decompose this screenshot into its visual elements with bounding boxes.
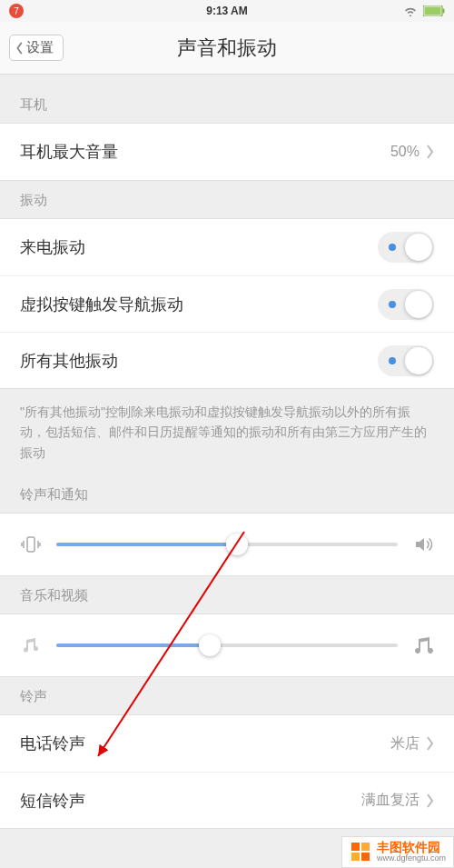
back-button[interactable]: 设置 (9, 35, 64, 61)
status-left: 7 (9, 4, 24, 18)
row-label: 所有其他振动 (20, 350, 378, 372)
svg-rect-8 (361, 853, 370, 861)
battery-icon (423, 5, 445, 16)
page-title: 声音和振动 (177, 35, 277, 62)
status-bar: 7 9:13 AM (0, 0, 454, 22)
row-label: 来电振动 (20, 236, 378, 258)
group-ring-notify (0, 513, 454, 576)
row-value: 50% (390, 144, 419, 160)
svg-rect-2 (443, 9, 445, 14)
row-virtualkey-vibrate: 虚拟按键触发导航振动 (0, 275, 454, 332)
chevron-right-icon (425, 145, 434, 159)
toggle-other-vibrate[interactable] (378, 345, 434, 376)
section-header-ringtone: 铃声 (0, 677, 454, 714)
section-header-ring-notify: 铃声和通知 (0, 475, 454, 513)
watermark-logo-icon (350, 841, 371, 863)
notification-badge: 7 (9, 4, 24, 18)
slider-fill (56, 543, 237, 546)
vibrate-note: "所有其他振动"控制除来电振动和虚拟按键触发导航振动以外的所有振动，包括短信、邮… (0, 389, 454, 475)
slider-thumb[interactable] (226, 534, 248, 555)
back-label: 设置 (26, 39, 54, 56)
wifi-icon (403, 5, 418, 16)
chevron-right-icon (425, 736, 434, 751)
volume-icon (412, 534, 434, 555)
section-header-media: 音乐和视频 (0, 576, 454, 614)
watermark-name: 丰图软件园 (377, 841, 446, 854)
row-label: 电话铃声 (20, 733, 390, 754)
row-label: 短信铃声 (20, 790, 361, 812)
music-note-icon (412, 634, 434, 656)
svg-rect-7 (351, 853, 360, 861)
section-header-vibrate: 振动 (0, 181, 454, 218)
row-headphone-max-volume[interactable]: 耳机最大音量 50% (0, 124, 454, 180)
row-label: 虚拟按键触发导航振动 (20, 294, 378, 315)
chevron-right-icon (425, 793, 434, 808)
toggle-incoming-vibrate[interactable] (378, 232, 434, 263)
nav-bar: 设置 声音和振动 (0, 22, 454, 75)
section-header-headphone: 耳机 (0, 85, 454, 123)
slider-ring-notify[interactable] (56, 543, 398, 546)
row-sms-ringtone[interactable]: 短信铃声 满血复活 (0, 772, 454, 828)
svg-rect-1 (425, 7, 441, 15)
watermark-url: www.dgfengtu.com (377, 854, 446, 863)
svg-rect-5 (351, 843, 360, 851)
music-note-small-icon (20, 634, 42, 656)
group-vibrate: 来电振动 虚拟按键触发导航振动 所有其他振动 (0, 218, 454, 389)
status-right (403, 5, 445, 16)
watermark: 丰图软件园 www.dgfengtu.com (341, 836, 454, 868)
slider-fill (56, 644, 210, 647)
svg-rect-6 (361, 843, 370, 851)
slider-thumb[interactable] (199, 634, 221, 656)
row-other-vibrate: 所有其他振动 (0, 332, 454, 388)
group-headphone: 耳机最大音量 50% (0, 123, 454, 181)
row-incoming-vibrate: 来电振动 (0, 219, 454, 275)
status-time: 9:13 AM (206, 5, 248, 17)
row-label: 耳机最大音量 (20, 141, 390, 163)
slider-media[interactable] (56, 644, 398, 647)
row-value: 米店 (390, 734, 419, 753)
group-ringtone: 电话铃声 米店 短信铃声 满血复活 (0, 714, 454, 829)
group-media (0, 614, 454, 677)
row-value: 满血复活 (361, 791, 419, 810)
content: 耳机 耳机最大音量 50% 振动 来电振动 虚拟按键触发导航振动 所有其他振动 … (0, 75, 454, 829)
vibrate-icon (20, 534, 42, 555)
toggle-virtualkey-vibrate[interactable] (378, 289, 434, 320)
svg-rect-3 (27, 537, 35, 552)
row-phone-ringtone[interactable]: 电话铃声 米店 (0, 715, 454, 772)
